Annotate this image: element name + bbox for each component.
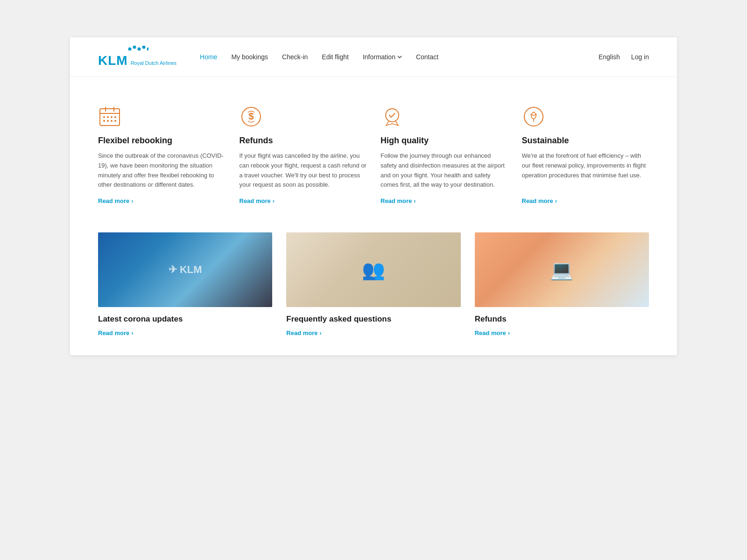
svg-rect-5 — [100, 109, 120, 126]
read-more-sustainable[interactable]: Read more › — [522, 197, 649, 204]
features-grid: Flexibel rebooking Since the outbreak of… — [98, 105, 649, 204]
nav-information[interactable]: Information — [363, 53, 402, 61]
feature-title-refunds: Refunds — [240, 136, 367, 146]
svg-point-15 — [111, 120, 113, 122]
feature-rebooking: Flexibel rebooking Since the outbreak of… — [98, 105, 226, 204]
svg-point-12 — [114, 116, 116, 118]
read-more-news-refunds[interactable]: Read more › — [475, 329, 649, 336]
header: KLM Royal Dutch Airlines Home My booking… — [70, 37, 677, 77]
news-image-refunds — [475, 232, 649, 307]
svg-point-1 — [133, 46, 136, 49]
feature-desc-rebooking: Since the outbreak of the coronavirus (C… — [98, 151, 226, 190]
svg-point-4 — [147, 48, 149, 51]
logo-area[interactable]: KLM Royal Dutch Airlines — [98, 46, 176, 68]
news-title-faq: Frequently asked questions — [286, 315, 460, 324]
svg-point-9 — [103, 116, 105, 118]
read-more-corona[interactable]: Read more › — [98, 329, 272, 336]
login-button[interactable]: Log in — [631, 53, 649, 61]
quality-icon — [381, 105, 404, 128]
refund-icon: $ — [240, 105, 263, 128]
svg-point-10 — [107, 116, 109, 118]
svg-text:$: $ — [248, 111, 254, 121]
svg-point-11 — [111, 116, 113, 118]
calendar-icon — [98, 105, 121, 128]
language-selector[interactable]: English — [599, 53, 620, 61]
feature-refunds: $ Refunds If your flight was cancelled b… — [240, 105, 367, 204]
klm-tagline: Royal Dutch Airlines — [131, 60, 176, 66]
nav-edit-flight[interactable]: Edit flight — [322, 53, 349, 61]
svg-point-2 — [138, 48, 141, 51]
read-more-faq[interactable]: Read more › — [286, 329, 460, 336]
chevron-down-icon — [397, 56, 402, 58]
svg-point-0 — [128, 48, 132, 51]
news-title-corona: Latest corona updates — [98, 315, 272, 324]
nav-right: English Log in — [599, 53, 649, 61]
news-card-refunds: Refunds Read more › — [475, 232, 649, 336]
nav-contact[interactable]: Contact — [416, 53, 438, 61]
nav-home[interactable]: Home — [200, 53, 217, 61]
svg-point-14 — [107, 120, 109, 122]
news-image-faq — [286, 232, 460, 307]
svg-point-3 — [142, 46, 146, 49]
klm-crown-icon — [98, 46, 176, 52]
read-more-rebooking[interactable]: Read more › — [98, 197, 226, 204]
news-card-corona: Latest corona updates Read more › — [98, 232, 272, 336]
feature-desc-sustainable: We're at the forefront of fuel efficienc… — [522, 151, 649, 190]
main-content: Flexibel rebooking Since the outbreak of… — [70, 77, 677, 355]
feature-sustainable: Sustainable We're at the forefront of fu… — [522, 105, 649, 204]
feature-quality: High quality Follow the journey through … — [381, 105, 508, 204]
feature-title-sustainable: Sustainable — [522, 136, 649, 146]
feature-desc-quality: Follow the journey through our enhanced … — [381, 151, 508, 190]
klm-wordmark: KLM — [98, 53, 128, 68]
svg-point-16 — [114, 120, 116, 122]
klm-brand: KLM Royal Dutch Airlines — [98, 46, 176, 68]
svg-point-20 — [524, 107, 543, 126]
news-title-refunds: Refunds — [475, 315, 649, 324]
svg-point-19 — [386, 109, 399, 122]
feature-title-quality: High quality — [381, 136, 508, 146]
read-more-quality[interactable]: Read more › — [381, 197, 508, 204]
feature-desc-refunds: If your flight was cancelled by the airl… — [240, 151, 367, 190]
nav-bookings[interactable]: My bookings — [231, 53, 268, 61]
page-wrapper: KLM Royal Dutch Airlines Home My booking… — [70, 37, 677, 355]
sustainable-icon — [522, 105, 545, 128]
news-card-faq: Frequently asked questions Read more › — [286, 232, 460, 336]
feature-title-rebooking: Flexibel rebooking — [98, 136, 226, 146]
svg-point-13 — [103, 120, 105, 122]
news-grid: Latest corona updates Read more › Freque… — [98, 232, 649, 336]
news-image-corona — [98, 232, 272, 307]
nav-checkin[interactable]: Check-in — [282, 53, 308, 61]
main-nav: Home My bookings Check-in Edit flight In… — [200, 53, 599, 61]
read-more-refunds[interactable]: Read more › — [240, 197, 367, 204]
